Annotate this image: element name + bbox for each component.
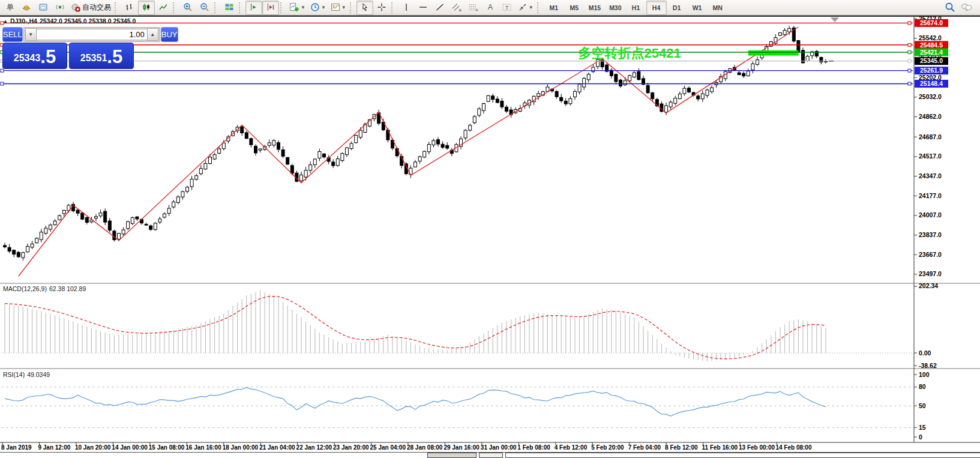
candlestick-chart-icon xyxy=(142,2,151,13)
candlestick-chart-button[interactable] xyxy=(138,1,155,15)
timeframe-group: M1M5M15M30H1H4D1W1MN xyxy=(544,1,728,15)
channel-button[interactable]: E xyxy=(448,1,465,15)
window-button[interactable] xyxy=(35,1,52,15)
sell-price-box[interactable]: 25343.5 xyxy=(2,43,67,69)
chart-shift-button[interactable] xyxy=(262,1,279,15)
svg-text:25 Jan 04:00: 25 Jan 04:00 xyxy=(370,444,406,451)
buy-price-box[interactable]: 25351.5 xyxy=(69,43,134,69)
order-button[interactable]: 单 xyxy=(1,1,18,15)
svg-text:4 Feb 12:00: 4 Feb 12:00 xyxy=(555,444,588,451)
rsi-panel: 1008050150 xyxy=(1,371,930,441)
shapes-button[interactable]: ▼ xyxy=(516,1,536,15)
template-button[interactable]: ▼ xyxy=(328,1,349,15)
timeframe-button-H1[interactable]: H1 xyxy=(626,1,646,15)
tile-windows-icon xyxy=(224,2,234,13)
timeframe-button-D1[interactable]: D1 xyxy=(667,1,687,15)
timeframe-button-M15[interactable]: M15 xyxy=(585,1,605,15)
svg-text:23497.0: 23497.0 xyxy=(919,270,942,277)
cursor-button[interactable] xyxy=(356,1,373,15)
volume-down-button[interactable]: ▼ xyxy=(25,28,37,41)
svg-text:15: 15 xyxy=(919,424,926,431)
label-icon: T xyxy=(502,2,513,13)
svg-text:25261.9: 25261.9 xyxy=(920,67,943,74)
timeframe-button-MN[interactable]: MN xyxy=(708,1,728,15)
line-chart-button[interactable] xyxy=(155,1,172,15)
add-indicator-button[interactable]: ▼ xyxy=(287,1,308,15)
svg-text:25542.0: 25542.0 xyxy=(919,34,942,41)
fibonacci-button[interactable]: F xyxy=(465,1,482,15)
timeframe-button-H4[interactable]: H4 xyxy=(646,1,667,15)
auto-scroll-icon xyxy=(249,2,259,13)
chart-shift-icon xyxy=(266,2,275,13)
sell-button[interactable]: SELL xyxy=(2,27,23,42)
macd-values: 62.38 102.89 xyxy=(49,285,86,292)
autotrade-label: 自动交易 xyxy=(82,2,111,13)
zoom-out-button[interactable] xyxy=(196,1,213,15)
auto-scroll-button[interactable] xyxy=(245,1,262,15)
svg-text:F: F xyxy=(476,8,478,12)
timeframe-button-M1[interactable]: M1 xyxy=(544,1,564,15)
gold-button[interactable] xyxy=(18,1,35,15)
svg-text:9 Jan 12:00: 9 Jan 12:00 xyxy=(38,444,70,451)
arrow-marker xyxy=(831,17,839,22)
buy-button[interactable]: BUY xyxy=(161,27,178,42)
svg-text:24177.0: 24177.0 xyxy=(919,192,942,199)
chart-title-symbol: DJ30-,H4 xyxy=(10,17,37,25)
timeframe-button-M30[interactable]: M30 xyxy=(605,1,625,15)
bottom-bar-segment xyxy=(479,453,503,458)
horizontal-line-button[interactable] xyxy=(415,1,431,15)
bottom-partial-bar xyxy=(0,452,980,458)
zigzag-line xyxy=(19,27,799,276)
dropdown-arrow-icon: ▼ xyxy=(341,5,346,10)
shapes-icon xyxy=(518,2,528,13)
annotation-text: 多空转折点25421 xyxy=(579,46,681,61)
search-button[interactable] xyxy=(942,1,958,15)
text-button[interactable]: A xyxy=(482,1,499,15)
vertical-line-button[interactable] xyxy=(398,1,415,15)
time-axis: 8 Jan 20199 Jan 12:0010 Jan 20:0014 Jan … xyxy=(1,442,812,451)
svg-text:5 Feb 20:00: 5 Feb 20:00 xyxy=(591,444,624,451)
cursor-icon xyxy=(360,2,370,13)
svg-text:28 Jan 08:00: 28 Jan 08:00 xyxy=(407,444,443,451)
chat-button[interactable] xyxy=(958,1,975,15)
highlight-zone xyxy=(748,50,799,56)
signal-button[interactable] xyxy=(52,1,68,15)
svg-text:25345.0: 25345.0 xyxy=(920,57,943,64)
svg-text:16 Jan 16:00: 16 Jan 16:00 xyxy=(185,444,221,451)
label-button[interactable]: T xyxy=(499,1,516,15)
timeframe-button-W1[interactable]: W1 xyxy=(687,1,708,15)
template-icon xyxy=(331,2,340,13)
svg-text:25148.4: 25148.4 xyxy=(920,80,943,87)
autotrade-button[interactable]: 自动交易 xyxy=(68,1,113,15)
chart-canvas[interactable]: 多空转折点2542125712.025542.025372.025202.025… xyxy=(0,0,980,458)
svg-text:31 Jan 00:00: 31 Jan 00:00 xyxy=(481,444,517,451)
rsi-name: RSI(14) xyxy=(3,371,25,378)
dropdown-arrow-icon: ▼ xyxy=(529,5,534,10)
svg-text:15 Jan 08:00: 15 Jan 08:00 xyxy=(149,444,185,451)
svg-text:0: 0 xyxy=(919,433,922,441)
svg-text:14 Jan 00:00: 14 Jan 00:00 xyxy=(112,444,148,451)
toolbar: 单 自动交易 ▼ ▼ ▼ E F A T ▼ xyxy=(0,0,980,16)
svg-text:50: 50 xyxy=(919,402,926,409)
window-cloud-icon xyxy=(38,2,48,13)
sell-price: 25343 xyxy=(14,50,41,66)
crosshair-button[interactable] xyxy=(373,1,390,15)
macd-name: MACD(12,26,9) xyxy=(3,285,47,292)
dropdown-arrow-icon: ▼ xyxy=(321,5,326,10)
svg-text:11 Feb 16:00: 11 Feb 16:00 xyxy=(702,444,738,451)
bar-chart-button[interactable] xyxy=(121,1,138,15)
svg-text:18 Jan 00:00: 18 Jan 00:00 xyxy=(223,444,259,451)
periods-button[interactable]: ▼ xyxy=(308,1,328,15)
volume-up-button[interactable]: ▲ xyxy=(147,28,158,41)
zoom-in-button[interactable] xyxy=(179,1,196,15)
zoom-in-icon xyxy=(183,2,193,13)
svg-text:23667.0: 23667.0 xyxy=(919,251,942,258)
timeframe-button-M5[interactable]: M5 xyxy=(564,1,585,15)
trendline-button[interactable] xyxy=(431,1,448,15)
volume-input[interactable] xyxy=(37,29,147,40)
tile-windows-button[interactable] xyxy=(221,1,238,15)
svg-text:0.00: 0.00 xyxy=(919,349,931,357)
channel-icon: E xyxy=(451,2,461,13)
svg-text:1 Feb 08:00: 1 Feb 08:00 xyxy=(517,444,550,451)
buy-price: 25351 xyxy=(80,50,107,66)
